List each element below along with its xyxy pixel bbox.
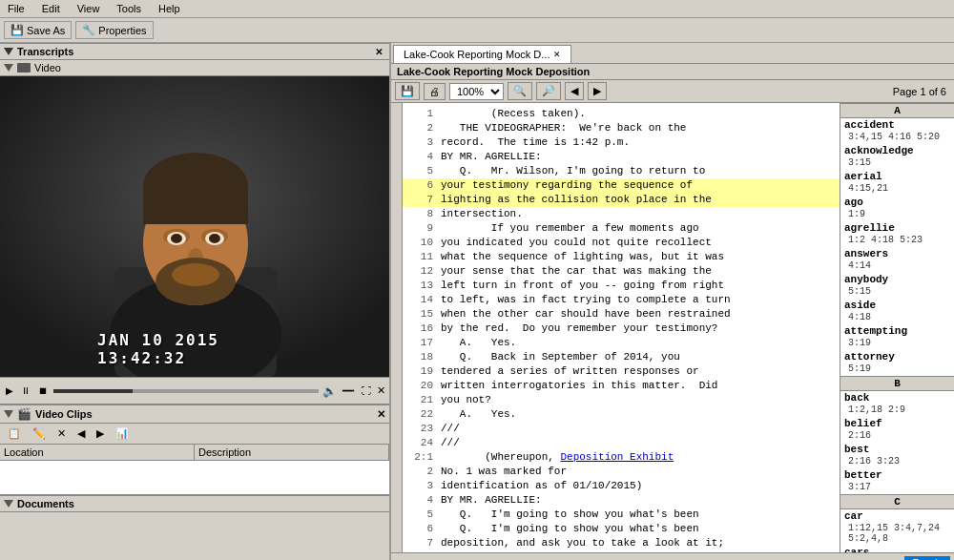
index-word[interactable]: belief: [840, 417, 954, 430]
menu-file[interactable]: File: [4, 2, 29, 15]
status-ready: Ready: [904, 556, 950, 561]
line-text: left turn in front of you -- going from …: [441, 279, 840, 293]
index-word[interactable]: anybody: [840, 273, 954, 286]
line-number: 5: [403, 164, 441, 178]
properties-button[interactable]: 🔧 Properties: [75, 21, 153, 39]
clips-section: 🎬 Video Clips ✕ 📋 ✏️ ✕ ◀ ▶ 📊 Location De…: [0, 404, 389, 494]
index-word[interactable]: accident: [840, 118, 954, 132]
progress-fill: [53, 389, 133, 393]
line-text: to left, was in fact trying to complete …: [441, 293, 840, 307]
zoom-in-button[interactable]: 🔍: [508, 82, 532, 100]
line-text: Q. I'm going to show you what's been: [441, 522, 840, 536]
clips-collapse-icon[interactable]: [4, 410, 13, 418]
transcripts-close-icon[interactable]: ✕: [372, 47, 385, 57]
index-refs: 3:15: [840, 157, 954, 170]
index-word[interactable]: attorney: [840, 350, 954, 363]
transcript-scrollbar-left[interactable]: [391, 103, 403, 552]
tbar-print-button[interactable]: 🖨: [424, 83, 446, 100]
zoom-select[interactable]: 100%75%125%150%: [449, 83, 504, 100]
menu-help[interactable]: Help: [155, 2, 184, 15]
index-word[interactable]: aerial: [840, 170, 954, 183]
pause-button[interactable]: ⏸: [19, 384, 32, 398]
tbar-save-button[interactable]: 💾: [395, 82, 420, 100]
line-number: 7: [403, 536, 441, 550]
clips-edit-button[interactable]: ✏️: [29, 425, 50, 442]
table-row: 21you not?: [403, 393, 840, 407]
table-row: 8intersection.: [403, 207, 840, 221]
search-prev-button[interactable]: ◀: [565, 82, 584, 100]
clips-next-button[interactable]: ▶: [93, 425, 108, 442]
transcripts-header: Transcripts ✕: [0, 43, 389, 60]
index-refs: 2:16: [840, 430, 954, 443]
clips-delete-button[interactable]: ✕: [53, 425, 70, 442]
clips-label-area: 🎬 Video Clips: [4, 407, 93, 421]
toolbar: 💾 Save As 🔧 Properties: [0, 18, 954, 43]
table-row: 15when the other car should have been re…: [403, 307, 840, 321]
index-letter: A: [840, 103, 954, 118]
table-row: 18 Q. Back in September of 2014, you: [403, 350, 840, 364]
table-row: 5 Q. I'm going to show you what's been: [403, 508, 840, 522]
index-word[interactable]: acknowledge: [840, 144, 954, 157]
stop-button[interactable]: ⏹: [36, 384, 50, 398]
right-panel: Lake-Cook Reporting Mock D... ✕ Lake-Coo…: [391, 43, 954, 560]
index-refs: 1:9: [840, 209, 954, 221]
fullscreen-button[interactable]: ⛶: [360, 384, 373, 398]
menu-view[interactable]: View: [73, 2, 104, 15]
index-word[interactable]: best: [840, 443, 954, 456]
transcript-content-area: 1 (Recess taken).2 THE VIDEOGRAPHER: We'…: [391, 103, 954, 552]
volume-slider[interactable]: ━━: [341, 384, 356, 398]
line-text: ///: [441, 436, 840, 450]
menu-edit[interactable]: Edit: [38, 2, 64, 15]
transcript-main[interactable]: 1 (Recess taken).2 THE VIDEOGRAPHER: We'…: [403, 103, 840, 552]
index-refs: 2:16 3:23: [840, 456, 954, 468]
line-text: record. The time is 1:42 p.m.: [441, 135, 840, 150]
docs-collapse-icon[interactable]: [4, 500, 13, 508]
clips-header: 🎬 Video Clips ✕: [0, 405, 389, 424]
save-as-button[interactable]: 💾 Save As: [4, 21, 72, 39]
clips-close-icon[interactable]: ✕: [377, 408, 385, 421]
clips-export-button[interactable]: 📊: [112, 425, 133, 442]
volume-icon: 🔈: [322, 384, 337, 398]
video-row-header: Video: [0, 60, 389, 76]
zoom-out-button[interactable]: 🔎: [536, 82, 561, 100]
line-text: you not?: [441, 393, 840, 407]
panel-close-x[interactable]: ✕: [377, 384, 385, 397]
clips-add-button[interactable]: 📋: [4, 425, 25, 442]
index-word[interactable]: attempting: [840, 324, 954, 338]
line-text: Q. Back in September of 2014, you: [441, 350, 840, 364]
clips-prev-button[interactable]: ◀: [73, 425, 89, 442]
transcripts-collapse-icon[interactable]: [4, 48, 13, 55]
documents-header: Documents: [0, 496, 389, 512]
transcript-tab[interactable]: Lake-Cook Reporting Mock D... ✕: [393, 45, 571, 63]
index-word[interactable]: aside: [840, 299, 954, 312]
menu-tools[interactable]: Tools: [113, 2, 145, 15]
video-collapse-icon[interactable]: [4, 64, 13, 72]
line-number: 4: [403, 493, 441, 508]
index-word[interactable]: car: [840, 509, 954, 523]
svg-point-12: [209, 234, 220, 243]
line-text: BY MR. AGRELLIE:: [441, 493, 840, 508]
index-word[interactable]: better: [840, 468, 954, 482]
deposition-exhibit-link[interactable]: Deposition Exhibit: [560, 451, 674, 463]
line-number: 22: [403, 407, 441, 422]
table-row: 9 If you remember a few moments ago: [403, 221, 840, 236]
tab-close-icon[interactable]: ✕: [553, 50, 561, 59]
index-word[interactable]: agrellie: [840, 221, 954, 235]
clips-col-description: Description: [195, 445, 389, 460]
line-number: 19: [403, 364, 441, 379]
clips-col-location: Location: [0, 445, 195, 460]
index-word[interactable]: answers: [840, 247, 954, 260]
tab-title: Lake-Cook Reporting Mock D...: [404, 49, 550, 60]
index-refs: 1:2,18 2:9: [840, 404, 954, 417]
index-word[interactable]: back: [840, 391, 954, 404]
search-next-button[interactable]: ▶: [588, 82, 607, 100]
page-info: Page 1 of 6: [893, 86, 950, 97]
video-area: JAN 10 2015 13:42:32: [0, 76, 389, 377]
table-row: 4BY MR. AGRELLIE:: [403, 150, 840, 164]
line-text: written interrogatories in this matter. …: [441, 379, 840, 393]
index-word[interactable]: cars: [840, 546, 954, 552]
line-number: 15: [403, 307, 441, 321]
progress-bar[interactable]: [53, 389, 319, 393]
play-button[interactable]: ▶: [4, 384, 15, 398]
index-word[interactable]: ago: [840, 196, 954, 209]
